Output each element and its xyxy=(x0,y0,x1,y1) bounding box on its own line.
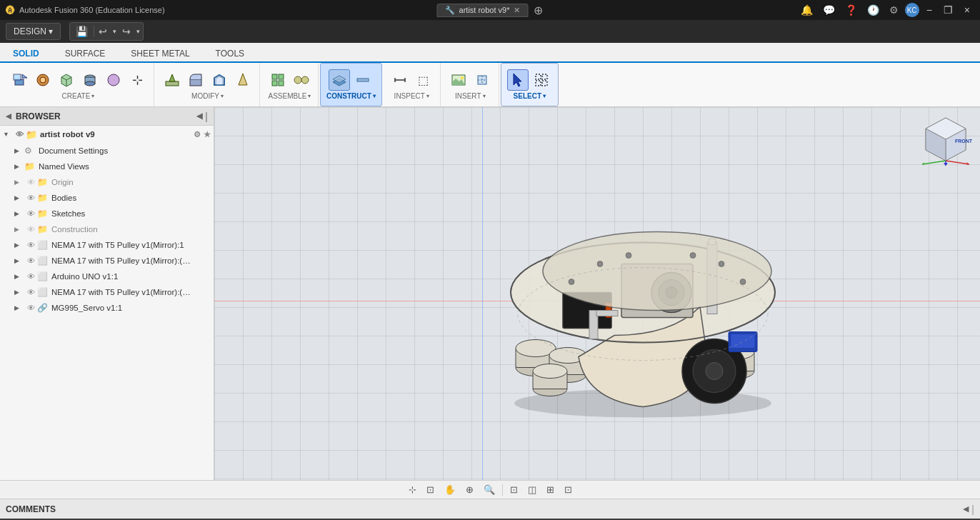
save-button[interactable]: 💾 xyxy=(71,24,92,39)
create-revolve-btn[interactable] xyxy=(32,69,54,91)
assemble-label[interactable]: ASSEMBLE ▾ xyxy=(269,92,311,100)
assemble-new-component-btn[interactable] xyxy=(267,69,289,91)
expand-sketches[interactable]: ▶ xyxy=(14,210,24,217)
create-extrude-btn[interactable] xyxy=(9,69,30,91)
view-cube[interactable]: FRONT xyxy=(919,114,973,168)
tree-item-sketches[interactable]: ▶ 👁 📁 Sketches xyxy=(0,206,214,221)
pan-tool-btn[interactable]: ⊡ xyxy=(424,483,437,496)
nema1-eye-icon[interactable]: 👁 xyxy=(24,241,37,249)
close-button[interactable]: × xyxy=(960,3,974,17)
construct-icons xyxy=(329,69,374,91)
tree-item-root[interactable]: ▼ 👁 📁 artist robot v9 ⚙ ★ xyxy=(0,126,214,143)
expand-nema2[interactable]: ▶ xyxy=(14,257,24,264)
tree-item-bodies[interactable]: ▶ 👁 📁 Bodies xyxy=(0,190,214,206)
create-label[interactable]: CREATE ▾ xyxy=(62,92,95,100)
tree-item-nema1[interactable]: ▶ 👁 ⬜ NEMA 17 with T5 Pulley v1(Mirror):… xyxy=(0,237,214,253)
zoom-tool-btn[interactable]: ⊕ xyxy=(463,483,476,496)
select-btn[interactable] xyxy=(507,69,529,91)
create-sphere-btn[interactable] xyxy=(103,69,124,91)
minimize-button[interactable]: − xyxy=(922,3,936,17)
view-mode-btn[interactable]: ⊡ xyxy=(507,483,521,496)
expand-arduino[interactable]: ▶ xyxy=(14,273,24,280)
insert-decal-btn[interactable] xyxy=(471,69,493,91)
expand-doc-settings[interactable]: ▶ xyxy=(14,147,24,154)
expand-named-views[interactable]: ▶ xyxy=(14,163,24,170)
tree-expand-root[interactable]: ▼ xyxy=(3,131,13,138)
tree-item-nema2[interactable]: ▶ 👁 ⬜ NEMA 17 with T5 Pulley v1(Mirror):… xyxy=(0,253,214,269)
inspect-label[interactable]: INSPECT ▾ xyxy=(394,92,429,100)
tree-item-named-views[interactable]: ▶ 📁 Named Views xyxy=(0,159,214,174)
expand-servo[interactable]: ▶ xyxy=(14,304,24,311)
modify-shell-btn[interactable] xyxy=(209,69,230,91)
add-tab-icon[interactable]: ⊕ xyxy=(534,4,543,17)
active-tab[interactable]: 🔧 artist robot v9* ✕ xyxy=(437,4,529,17)
nema3-eye-icon[interactable]: 👁 xyxy=(24,288,37,296)
redo-button[interactable]: ↪ xyxy=(119,24,134,39)
tab-close-icon[interactable]: ✕ xyxy=(514,6,520,15)
tree-item-construction[interactable]: ▶ 👁 📁 Construction xyxy=(0,221,214,237)
nema2-eye-icon[interactable]: 👁 xyxy=(24,256,37,265)
notify-icon[interactable]: 🔔 xyxy=(797,3,816,17)
root-star-icon[interactable]: ★ xyxy=(204,130,211,139)
origin-eye-icon[interactable]: 👁 xyxy=(24,178,37,186)
redo-dropdown[interactable]: ▾ xyxy=(135,26,141,36)
browser-collapse-icon[interactable]: ◀ xyxy=(196,111,202,121)
orbit-tool-btn[interactable]: ⊹ xyxy=(406,483,419,496)
expand-nema3[interactable]: ▶ xyxy=(14,289,24,296)
chat-icon[interactable]: 💬 xyxy=(819,3,839,17)
expand-construction[interactable]: ▶ xyxy=(14,226,24,233)
browser-nav-back[interactable]: ◀ xyxy=(6,112,11,120)
modify-press-pull-btn[interactable] xyxy=(161,69,183,91)
arduino-eye-icon[interactable]: 👁 xyxy=(24,272,37,281)
insert-image-btn[interactable] xyxy=(448,69,469,91)
tree-item-origin[interactable]: ▶ 👁 📁 Origin xyxy=(0,174,214,190)
assemble-joint-btn[interactable] xyxy=(291,69,312,91)
create-move-btn[interactable]: ⊹ xyxy=(126,69,148,91)
viewport[interactable]: FRONT xyxy=(214,107,980,480)
insert-label[interactable]: INSERT ▾ xyxy=(455,92,486,100)
inspect-interference-btn[interactable]: ⬚ xyxy=(413,69,434,91)
display-mode-btn[interactable]: ◫ xyxy=(525,483,539,496)
expand-origin[interactable]: ▶ xyxy=(14,179,24,186)
undo-dropdown[interactable]: ▾ xyxy=(111,26,118,36)
sketches-eye-icon[interactable]: 👁 xyxy=(24,209,37,218)
tree-item-arduino[interactable]: ▶ 👁 ⬜ Arduino UNO v1:1 xyxy=(0,269,214,284)
tab-solid[interactable]: SOLID xyxy=(0,46,52,63)
expand-bodies[interactable]: ▶ xyxy=(14,194,24,201)
create-cylinder-btn[interactable] xyxy=(79,69,101,91)
help-circle-icon[interactable]: ❓ xyxy=(841,3,861,17)
tab-surface[interactable]: SURFACE xyxy=(52,46,119,63)
root-gear-icon[interactable]: ⚙ xyxy=(194,130,201,139)
clock-icon[interactable]: 🕐 xyxy=(864,3,883,17)
zoom-dropdown-btn[interactable]: 🔍 xyxy=(481,483,498,496)
root-eye-icon[interactable]: 👁 xyxy=(13,130,26,139)
modify-fillet-btn[interactable] xyxy=(185,69,206,91)
comments-collapse-icon[interactable]: ◀ xyxy=(963,504,969,514)
undo-button[interactable]: ↩ xyxy=(96,24,110,39)
select-dropdown-btn[interactable] xyxy=(531,69,552,91)
construct-label[interactable]: CONSTRUCT ▾ xyxy=(326,92,376,100)
modify-draft-btn[interactable] xyxy=(232,69,254,91)
tree-item-servo[interactable]: ▶ 👁 🔗 MG995_Servo v1:1 xyxy=(0,300,214,316)
select-label[interactable]: SELECT ▾ xyxy=(514,92,546,100)
inspect-measure-btn[interactable] xyxy=(389,69,411,91)
design-mode-button[interactable]: DESIGN ▾ xyxy=(6,23,61,40)
user-avatar[interactable]: KC xyxy=(905,3,919,17)
settings-icon[interactable]: ⚙ xyxy=(886,3,902,17)
tree-item-nema3[interactable]: ▶ 👁 ⬜ NEMA 17 with T5 Pulley v1(Mirror):… xyxy=(0,284,214,300)
construct-offset-plane-btn[interactable] xyxy=(329,69,350,91)
tree-item-doc-settings[interactable]: ▶ ⚙ Document Settings xyxy=(0,143,214,159)
create-box-btn[interactable] xyxy=(56,69,77,91)
construction-eye-icon[interactable]: 👁 xyxy=(24,225,37,234)
tab-sheet-metal[interactable]: SHEET METAL xyxy=(118,46,202,63)
modify-label[interactable]: MODIFY ▾ xyxy=(191,92,224,100)
grid-dropdown-btn[interactable]: ⊡ xyxy=(561,483,575,496)
restore-button[interactable]: ❐ xyxy=(939,3,957,17)
tab-tools[interactable]: TOOLS xyxy=(203,46,257,63)
bodies-eye-icon[interactable]: 👁 xyxy=(24,194,37,202)
servo-eye-icon[interactable]: 👁 xyxy=(24,304,37,312)
hand-tool-btn[interactable]: ✋ xyxy=(441,483,459,496)
expand-nema1[interactable]: ▶ xyxy=(14,241,24,249)
construct-midplane-btn[interactable] xyxy=(352,69,374,91)
grid-toggle-btn[interactable]: ⊞ xyxy=(544,483,557,496)
